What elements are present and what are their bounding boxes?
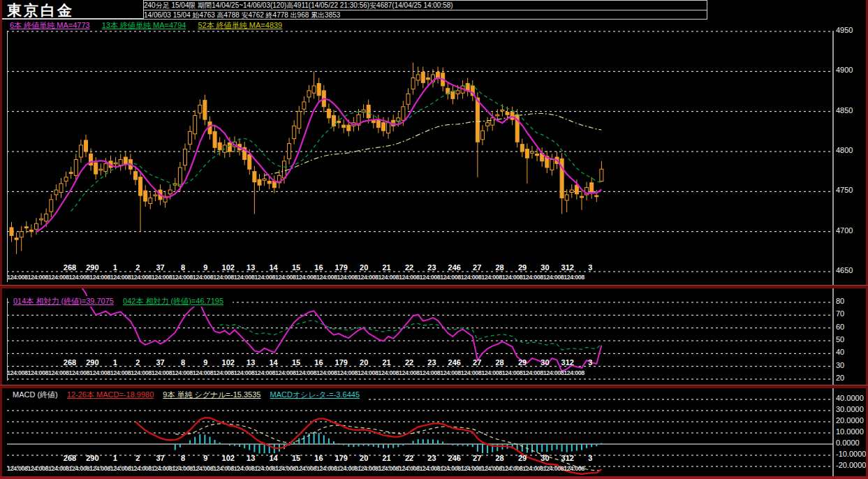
date-label: 3 bbox=[588, 263, 592, 272]
date-label: 9 bbox=[203, 358, 207, 367]
date-label: 29 bbox=[518, 454, 527, 462]
date-label: 14 bbox=[269, 263, 277, 272]
date-label: 22 bbox=[405, 358, 413, 367]
date-label: 13 bbox=[247, 263, 255, 272]
date-label: 290 bbox=[86, 358, 98, 367]
date-label: 30 bbox=[540, 358, 549, 367]
date-label: 312 bbox=[561, 454, 574, 462]
date-label: 15 bbox=[292, 263, 300, 272]
time-axis-main: 12 4:00 8 12 4:00 8 12 4:00 8 12 4:00 8 … bbox=[7, 274, 598, 282]
signal-value-legend: 9本 単純 シグナル=-15.3535 bbox=[163, 390, 260, 399]
date-label: 9 bbox=[203, 454, 207, 462]
date-label: 102 bbox=[222, 358, 235, 367]
date-label: 179 bbox=[335, 263, 348, 272]
date-label: 27 bbox=[473, 358, 481, 367]
time-axis-rsi: 12 4:00 8 12 4:00 8 12 4:00 8 12 4:00 8 … bbox=[7, 369, 598, 378]
date-label: 23 bbox=[427, 454, 436, 462]
date-label: 8 bbox=[181, 263, 185, 272]
date-label: 37 bbox=[156, 358, 164, 367]
date-label: 27 bbox=[473, 454, 481, 462]
panel-separator-1 bbox=[0, 285, 868, 288]
date-label: 15 bbox=[292, 454, 300, 462]
date-label: 16 bbox=[314, 454, 323, 462]
date-label: 21 bbox=[382, 263, 390, 272]
date-label: 8 bbox=[181, 358, 185, 367]
date-label: 268 bbox=[64, 454, 76, 462]
date-label: 16 bbox=[314, 358, 323, 367]
date-label: 312 bbox=[561, 263, 574, 272]
date-label: 21 bbox=[382, 454, 390, 462]
panel-separator-2 bbox=[0, 385, 868, 388]
macd-chart bbox=[7, 388, 866, 478]
date-axis-rsi: 2682901237891021314151617920212223246272… bbox=[0, 358, 615, 367]
date-label: 2 bbox=[135, 263, 140, 272]
date-label: 1 bbox=[113, 263, 117, 272]
ma6-legend: 6本 終値単純 MA=4773 bbox=[10, 21, 90, 29]
ma52-legend: 52本 終値単純 MA=4839 bbox=[198, 21, 283, 29]
date-label: 13 bbox=[247, 358, 255, 367]
date-label: 20 bbox=[360, 454, 368, 462]
date-label: 1 bbox=[113, 358, 117, 367]
date-label: 102 bbox=[222, 454, 235, 462]
date-label: 22 bbox=[405, 454, 413, 462]
date-label: 23 bbox=[427, 358, 436, 367]
date-label: 246 bbox=[448, 454, 461, 462]
date-axis-macd: 2682901237891021314151617920212223246272… bbox=[0, 454, 615, 463]
date-label: 16 bbox=[314, 263, 323, 272]
date-label: 8 bbox=[181, 454, 185, 462]
date-label: 290 bbox=[86, 263, 98, 272]
date-label: 29 bbox=[518, 358, 527, 367]
ma-legend: 6本 終値単純 MA=4773 13本 終値単純 MA=4794 52本 終値単… bbox=[10, 20, 292, 31]
date-label: 102 bbox=[222, 263, 235, 272]
date-label: 21 bbox=[382, 358, 390, 367]
window-border-left bbox=[0, 0, 2, 479]
date-label: 28 bbox=[495, 263, 503, 272]
date-label: 14 bbox=[269, 358, 277, 367]
date-label: 268 bbox=[64, 358, 76, 367]
date-label: 1 bbox=[113, 454, 117, 462]
date-label: 246 bbox=[448, 358, 461, 367]
rsi-axis: 80706050403020 bbox=[836, 288, 868, 385]
date-label: 27 bbox=[473, 263, 481, 272]
date-label: 13 bbox=[247, 454, 255, 462]
date-label: 20 bbox=[360, 263, 368, 272]
date-label: 179 bbox=[335, 358, 348, 367]
date-label: 3 bbox=[588, 454, 592, 462]
date-label: 290 bbox=[86, 454, 98, 462]
header-quote-line: 14/06/03 15/04 始4763 高4788 安4762 終4778 出… bbox=[144, 10, 707, 20]
date-label: 15 bbox=[292, 358, 300, 367]
date-label: 246 bbox=[448, 263, 461, 272]
date-label: 3 bbox=[588, 358, 592, 367]
date-label: 37 bbox=[156, 454, 164, 462]
date-label: 312 bbox=[561, 358, 574, 367]
date-label: 22 bbox=[405, 263, 413, 272]
macd-axis: 40.000030.000020.000010.00000.0000-10.00… bbox=[836, 388, 868, 478]
date-label: 23 bbox=[427, 263, 436, 272]
date-label: 30 bbox=[540, 454, 549, 462]
header-contract-line: 240分足 15/04限 期間14/04/25~14/06/03(120)高49… bbox=[144, 1, 707, 10]
date-label: 2 bbox=[135, 454, 140, 462]
date-axis-main: 2682901237891021314151617920212223246272… bbox=[0, 263, 615, 272]
date-label: 28 bbox=[495, 358, 503, 367]
candlestick-chart bbox=[7, 31, 866, 286]
header-info: 240分足 15/04限 期間14/04/25~14/06/03(120)高49… bbox=[144, 0, 707, 20]
chart-application-window: 東京白金 240分足 15/04限 期間14/04/25~14/06/03(12… bbox=[0, 0, 868, 479]
date-label: 20 bbox=[360, 358, 368, 367]
date-label: 14 bbox=[269, 454, 277, 462]
date-label: 179 bbox=[335, 454, 348, 462]
date-label: 268 bbox=[64, 263, 76, 272]
time-axis-macd: 12 4:00 8 12 4:00 8 12 4:00 8 12 4:00 8 … bbox=[7, 465, 598, 473]
window-border-bottom bbox=[0, 476, 868, 479]
oscillator-value-legend: MACDオシレ-タ-=-3.6445 bbox=[270, 390, 360, 399]
macd-legend: MACD (終値) 12-26本 MACD=-18.9980 9本 単純 シグナ… bbox=[10, 390, 369, 400]
date-label: 30 bbox=[540, 263, 549, 272]
rsi14-legend: 014本 相対力 (終値)=39.7075 bbox=[13, 297, 114, 305]
date-label: 9 bbox=[203, 263, 207, 272]
rsi42-legend: 042本 相対力 (終値)=46.7195 bbox=[123, 297, 223, 305]
macd-legend-title: MACD (終値) bbox=[13, 390, 58, 399]
date-label: 28 bbox=[495, 454, 503, 462]
macd-value-legend: 12-26本 MACD=-18.9980 bbox=[67, 390, 154, 399]
rsi-legend: 014本 相対力 (終値)=39.7075 042本 相対力 (終値)=46.7… bbox=[11, 296, 233, 307]
date-label: 2 bbox=[135, 358, 140, 367]
ma13-legend: 13本 終値単純 MA=4794 bbox=[102, 21, 186, 29]
